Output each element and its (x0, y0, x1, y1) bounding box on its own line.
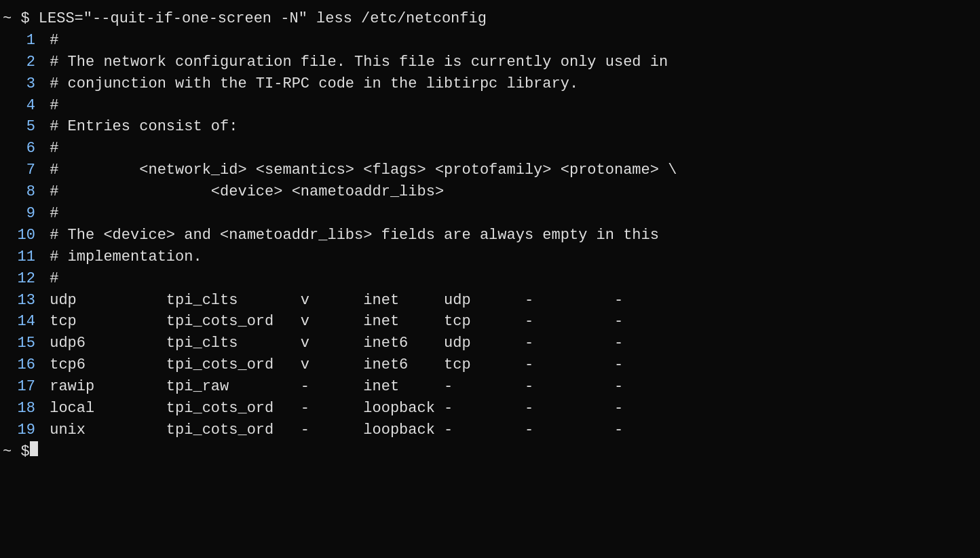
line-content: local tpi_cots_ord - loopback - - - (41, 398, 623, 420)
file-line: 4 # (0, 95, 980, 117)
line-content: # (41, 268, 58, 290)
line-content: # (41, 203, 58, 225)
file-line: 14 tcp tpi_cots_ord v inet tcp - - (0, 311, 980, 333)
line-number: 1 (0, 30, 41, 52)
file-line: 9 # (0, 203, 980, 225)
line-number: 17 (0, 376, 41, 398)
line-number: 13 (0, 290, 41, 312)
file-line: 19 unix tpi_cots_ord - loopback - - - (0, 420, 980, 441)
line-content: udp tpi_clts v inet udp - - (41, 290, 623, 312)
line-content: rawip tpi_raw - inet - - - (41, 376, 623, 398)
file-content: 1 #2 # The network configuration file. T… (0, 30, 980, 441)
line-number: 15 (0, 333, 41, 354)
line-number: 8 (0, 181, 41, 203)
line-number: 7 (0, 160, 41, 181)
line-content: # <device> <nametoaddr_libs> (41, 181, 444, 203)
line-number: 2 (0, 52, 41, 73)
line-content: # <network_id> <semantics> <flags> <prot… (41, 160, 677, 181)
file-line: 3 # conjunction with the TI-RPC code in … (0, 73, 980, 95)
line-content: # implementation. (41, 246, 202, 268)
line-number: 10 (0, 225, 41, 246)
file-line: 5 # Entries consist of: (0, 116, 980, 138)
line-number: 4 (0, 95, 41, 117)
line-number: 12 (0, 268, 41, 290)
line-content: udp6 tpi_clts v inet6 udp - - (41, 333, 623, 354)
line-number: 11 (0, 246, 41, 268)
line-content: # (41, 95, 58, 117)
file-line: 15 udp6 tpi_clts v inet6 udp - - (0, 333, 980, 354)
line-content: # conjunction with the TI-RPC code in th… (41, 73, 578, 95)
line-content: # (41, 30, 58, 52)
file-line: 11 # implementation. (0, 246, 980, 268)
line-content: tcp tpi_cots_ord v inet tcp - - (41, 311, 623, 333)
file-line: 8 # <device> <nametoaddr_libs> (0, 181, 980, 203)
file-line: 7 # <network_id> <semantics> <flags> <pr… (0, 160, 980, 181)
file-line: 6 # (0, 138, 980, 160)
line-content: # The <device> and <nametoaddr_libs> fie… (41, 225, 659, 246)
line-number: 14 (0, 311, 41, 333)
file-line: 1 # (0, 30, 980, 52)
bottom-prompt-line: ~ $ (0, 441, 980, 463)
file-line: 16 tcp6 tpi_cots_ord v inet6 tcp - - (0, 354, 980, 376)
line-content: # The network configuration file. This f… (41, 52, 668, 73)
line-content: tcp6 tpi_cots_ord v inet6 tcp - - (41, 354, 623, 376)
line-number: 19 (0, 420, 41, 441)
line-content: # (41, 138, 58, 160)
cursor (30, 441, 38, 456)
line-content: # Entries consist of: (41, 116, 238, 138)
line-number: 6 (0, 138, 41, 160)
prompt-text: ~ $ LESS="--quit-if-one-screen -N" less … (3, 8, 487, 30)
line-number: 3 (0, 73, 41, 95)
line-number: 16 (0, 354, 41, 376)
line-number: 18 (0, 398, 41, 420)
command-line: ~ $ LESS="--quit-if-one-screen -N" less … (0, 8, 980, 30)
file-line: 13 udp tpi_clts v inet udp - - (0, 290, 980, 312)
file-line: 2 # The network configuration file. This… (0, 52, 980, 73)
line-number: 5 (0, 116, 41, 138)
file-line: 18 local tpi_cots_ord - loopback - - - (0, 398, 980, 420)
terminal: ~ $ LESS="--quit-if-one-screen -N" less … (0, 5, 980, 553)
bottom-prompt: ~ $ (3, 441, 30, 463)
line-number: 9 (0, 203, 41, 225)
file-line: 12 # (0, 268, 980, 290)
line-content: unix tpi_cots_ord - loopback - - - (41, 420, 623, 441)
file-line: 17 rawip tpi_raw - inet - - - (0, 376, 980, 398)
file-line: 10 # The <device> and <nametoaddr_libs> … (0, 225, 980, 246)
